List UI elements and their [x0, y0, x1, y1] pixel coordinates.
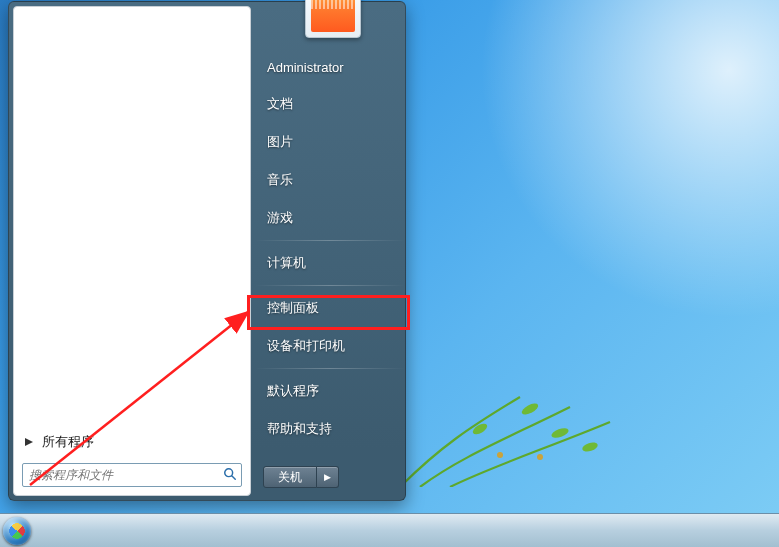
- wallpaper-plant-decoration: [380, 337, 640, 487]
- triangle-right-icon: [24, 437, 34, 447]
- svg-point-1: [520, 401, 540, 417]
- shutdown-button[interactable]: 关机: [263, 466, 317, 488]
- user-name-item[interactable]: Administrator: [255, 50, 405, 85]
- windows-logo-icon: [3, 517, 31, 545]
- menu-item-help-support[interactable]: 帮助和支持: [255, 410, 405, 448]
- user-name-label: Administrator: [267, 60, 344, 75]
- start-button[interactable]: [0, 514, 34, 548]
- user-avatar-frame[interactable]: [305, 0, 361, 38]
- menu-divider: [255, 368, 405, 369]
- svg-point-5: [537, 454, 543, 460]
- menu-item-default-programs[interactable]: 默认程序: [255, 372, 405, 410]
- shutdown-options-button[interactable]: ▶: [317, 466, 339, 488]
- svg-marker-6: [25, 438, 33, 446]
- search-box[interactable]: [22, 463, 242, 487]
- menu-item-games[interactable]: 游戏: [255, 199, 405, 237]
- search-input[interactable]: [23, 468, 219, 482]
- menu-item-documents[interactable]: 文档: [255, 85, 405, 123]
- menu-item-control-panel[interactable]: 控制面板: [255, 289, 405, 327]
- menu-divider: [255, 285, 405, 286]
- menu-item-devices-printers[interactable]: 设备和打印机: [255, 327, 405, 365]
- programs-list-area: [14, 7, 250, 427]
- menu-item-pictures[interactable]: 图片: [255, 123, 405, 161]
- start-menu-right-panel: Administrator 文档 图片 音乐 游戏 计算机 控制面板 设备和打印…: [255, 2, 405, 500]
- svg-point-3: [581, 441, 599, 454]
- all-programs-label: 所有程序: [42, 433, 94, 451]
- start-menu: 所有程序 Administrator 文档 图片 音乐 游戏: [8, 1, 406, 501]
- svg-point-2: [550, 426, 570, 440]
- chevron-right-icon: ▶: [324, 472, 331, 482]
- shutdown-row: 关机 ▶: [255, 460, 405, 494]
- svg-line-8: [232, 475, 236, 479]
- menu-divider: [255, 240, 405, 241]
- start-menu-left-panel: 所有程序: [13, 6, 251, 496]
- search-icon: [219, 467, 241, 484]
- all-programs-button[interactable]: 所有程序: [14, 427, 250, 457]
- menu-item-music[interactable]: 音乐: [255, 161, 405, 199]
- taskbar[interactable]: [0, 513, 779, 547]
- svg-point-0: [471, 422, 489, 437]
- user-avatar-image: [311, 0, 355, 32]
- search-container: [14, 457, 250, 495]
- svg-point-4: [497, 452, 503, 458]
- menu-item-computer[interactable]: 计算机: [255, 244, 405, 282]
